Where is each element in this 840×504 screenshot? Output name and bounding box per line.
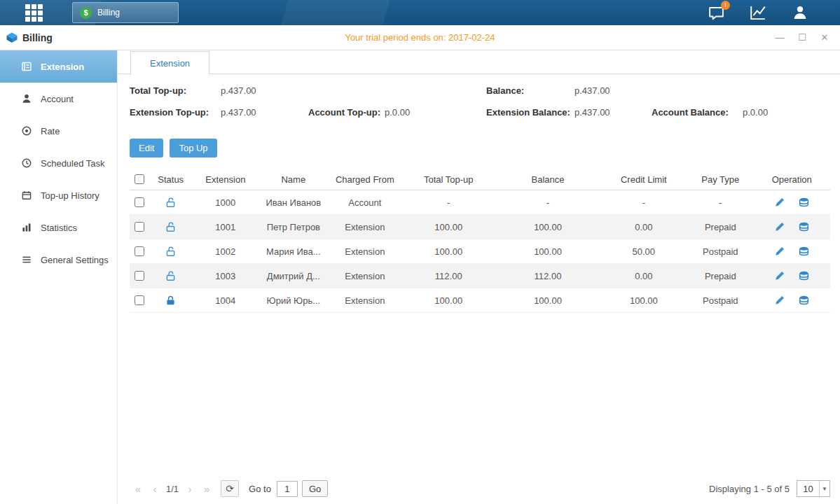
topup-coins-icon[interactable] [798, 197, 810, 209]
cell-charged-from: Extension [329, 295, 401, 306]
cell-charged-from: Extension [329, 246, 401, 257]
billing-logo-icon [6, 31, 18, 44]
top-taskbar: $ Billing ! [0, 0, 840, 25]
edit-icon[interactable] [774, 197, 785, 208]
minimize-button[interactable]: — [774, 32, 785, 43]
cell-name: Иван Иванов [259, 197, 329, 208]
topup-coins-icon[interactable] [798, 221, 810, 233]
balance-value: p.437.00 [574, 85, 610, 96]
cell-name: Петр Петров [259, 222, 329, 232]
row-checkbox[interactable] [135, 271, 144, 281]
cell-charged-from: Extension [329, 271, 401, 281]
top-up-button[interactable]: Top Up [170, 139, 216, 158]
table-row: 1003 Дмитрий Д... Extension 112.00 112.0… [130, 264, 830, 288]
table-header-row: Status Extension Name Charged From Total… [130, 169, 830, 190]
cell-credit-limit: 50.00 [600, 246, 687, 257]
sidebar-item-statistics[interactable]: Statistics [0, 211, 117, 244]
maximize-button[interactable]: ☐ [797, 32, 808, 43]
topup-coins-icon[interactable] [798, 295, 810, 307]
edit-icon[interactable] [774, 221, 785, 232]
edit-icon[interactable] [774, 270, 785, 281]
topup-coins-icon[interactable] [798, 270, 810, 282]
sidebar-item-rate[interactable]: Rate [0, 115, 117, 147]
cell-pay-type: Prepaid [687, 222, 754, 232]
extension-icon [21, 61, 32, 72]
refresh-icon[interactable]: ⟳ [221, 480, 239, 497]
apps-grid-icon[interactable] [25, 4, 43, 22]
billing-taskbar-tab[interactable]: $ Billing [72, 2, 179, 23]
rate-icon [21, 125, 32, 136]
sidebar-item-account[interactable]: Account [0, 83, 117, 115]
cell-credit-limit: 0.00 [600, 222, 687, 232]
pagination-bar: « ‹ 1/1 › » ⟳ Go to Go Displaying 1 - 5 … [130, 479, 830, 498]
cell-total-topup: 100.00 [401, 295, 495, 306]
cell-total-topup: 100.00 [401, 222, 495, 232]
balance-summary: Total Top-up: p.437.00 Balance: p.437.00… [118, 85, 840, 130]
edit-icon[interactable] [774, 246, 785, 257]
go-button[interactable]: Go [302, 480, 328, 497]
pagination-next-button[interactable]: › [181, 480, 198, 497]
topup-coins-icon[interactable] [798, 246, 810, 258]
topup-history-icon [21, 190, 32, 201]
header-status: Status [149, 174, 193, 185]
sidebar-item-topup-history[interactable]: Top-up History [0, 179, 117, 211]
sidebar-item-general-settings[interactable]: General Settings [0, 244, 117, 276]
main-content: Extension Total Top-up: p.437.00 Balance… [118, 50, 840, 504]
cell-total-topup: - [401, 197, 495, 208]
page-size-select[interactable]: 10 ▼ [797, 480, 830, 497]
account-balance-value: p.0.00 [743, 107, 768, 118]
extension-topup-value: p.437.00 [221, 107, 256, 118]
unlock-icon [165, 221, 177, 233]
total-topup-value: p.437.00 [221, 85, 256, 96]
sidebar-item-label: Extension [41, 62, 84, 72]
pagination-first-button[interactable]: « [130, 480, 146, 497]
scheduled-task-icon [21, 158, 32, 169]
cell-name: Дмитрий Д... [259, 271, 329, 281]
cell-name: Юрий Юрь... [259, 295, 329, 306]
general-settings-icon [21, 254, 32, 265]
balance-label: Balance: [486, 85, 524, 96]
close-button[interactable]: ✕ [819, 32, 830, 43]
row-checkbox[interactable] [135, 197, 144, 207]
cell-balance: 100.00 [495, 246, 600, 257]
trial-notice: Your trial period ends on: 2017-02-24 [0, 32, 840, 43]
extension-topup-label: Extension Top-up: [130, 107, 209, 118]
user-icon[interactable] [791, 4, 809, 22]
header-balance: Balance [495, 174, 600, 185]
lock-icon [165, 295, 177, 307]
cell-extension: 1001 [193, 222, 259, 232]
edit-icon[interactable] [774, 295, 785, 306]
row-checkbox[interactable] [135, 246, 144, 256]
cell-total-topup: 100.00 [401, 246, 495, 257]
pagination-prev-button[interactable]: ‹ [146, 480, 163, 497]
cell-pay-type: Postpaid [687, 246, 754, 257]
row-checkbox[interactable] [135, 222, 144, 232]
tab-extension[interactable]: Extension [130, 51, 209, 75]
cell-credit-limit: 0.00 [600, 271, 687, 281]
sidebar-item-label: Rate [41, 126, 60, 136]
goto-page-input[interactable] [277, 481, 298, 497]
cell-extension: 1004 [193, 295, 259, 306]
row-checkbox[interactable] [135, 295, 144, 305]
header-name: Name [259, 174, 329, 185]
chart-icon[interactable] [749, 4, 767, 22]
select-all-checkbox[interactable] [135, 174, 144, 184]
chevron-down-icon: ▼ [819, 481, 829, 496]
table-row: 1002 Мария Ива... Extension 100.00 100.0… [130, 239, 830, 264]
sidebar-item-extension[interactable]: Extension [0, 50, 117, 83]
chat-icon[interactable]: ! [708, 4, 725, 22]
extension-balance-value: p.437.00 [574, 107, 610, 118]
cell-name: Мария Ива... [259, 246, 329, 257]
extensions-table: Status Extension Name Charged From Total… [130, 169, 830, 313]
pagination-last-button[interactable]: » [198, 480, 215, 497]
table-body: 1000 Иван Иванов Account - - - - [130, 190, 830, 313]
sidebar-item-label: Statistics [41, 223, 77, 233]
table-row: 1001 Петр Петров Extension 100.00 100.00… [130, 215, 830, 239]
sidebar-item-scheduled-task[interactable]: Scheduled Task [0, 147, 117, 179]
unlock-icon [165, 197, 177, 209]
cell-charged-from: Extension [329, 222, 401, 232]
edit-button[interactable]: Edit [130, 139, 163, 158]
sidebar: Extension Account Rate Scheduled Task To… [0, 50, 118, 504]
window-title: Billing [22, 32, 53, 43]
cell-balance: 100.00 [495, 222, 600, 232]
